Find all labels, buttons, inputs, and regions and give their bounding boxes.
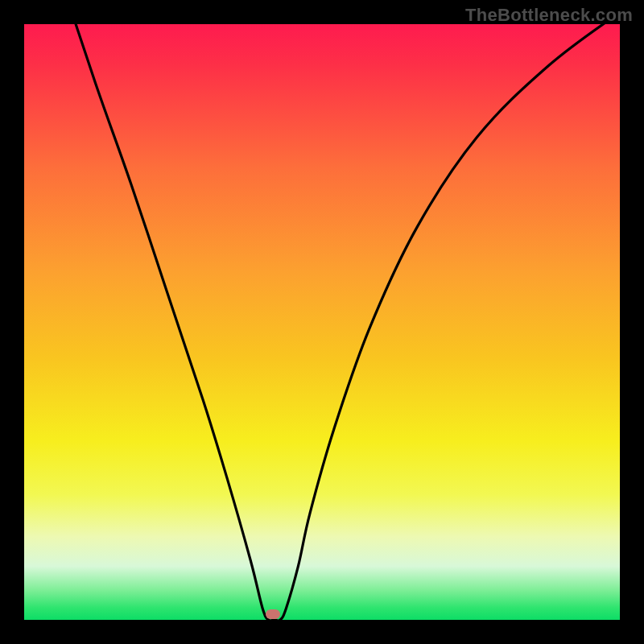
watermark-label: TheBottleneck.com bbox=[465, 5, 633, 26]
plot-area bbox=[24, 24, 620, 620]
curve-svg bbox=[24, 24, 620, 620]
optimal-point-marker bbox=[266, 609, 280, 619]
bottleneck-curve-path bbox=[24, 24, 620, 620]
chart-frame: TheBottleneck.com bbox=[0, 0, 644, 644]
